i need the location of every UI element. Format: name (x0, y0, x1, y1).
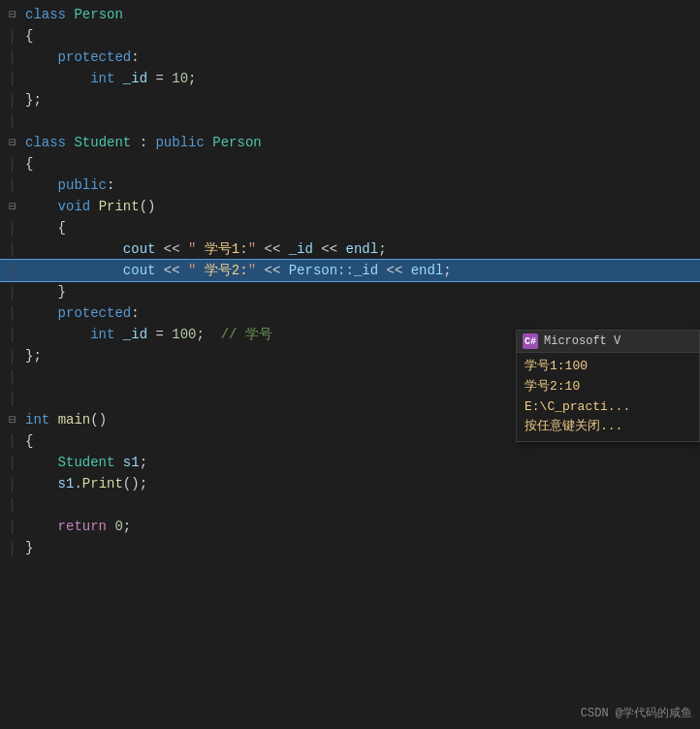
token: = (147, 327, 172, 342)
code-line: ⊟class Person (0, 4, 700, 25)
output-line: 学号1:100 (525, 357, 691, 377)
token: ; (123, 519, 131, 534)
token: " (248, 241, 256, 257)
code-line: │ public: (0, 174, 700, 196)
token: int (90, 71, 114, 86)
code-line: │ (0, 111, 700, 132)
token: 100 (172, 327, 196, 342)
token: ; (140, 455, 147, 470)
token (114, 455, 122, 470)
token: Person::_id (289, 263, 378, 278)
token: { (58, 220, 66, 236)
token: << (256, 241, 289, 257)
line-gutter: │ (4, 456, 21, 470)
token: << (378, 263, 411, 278)
token: cout (123, 263, 156, 278)
indent (25, 177, 58, 193)
token: } (25, 540, 33, 555)
token (107, 519, 114, 534)
line-gutter[interactable]: ⊟ (4, 412, 21, 428)
line-gutter: │ (4, 93, 21, 108)
token: << (313, 241, 346, 257)
indent (25, 305, 58, 321)
token: _id (123, 327, 147, 342)
line-gutter: │ (4, 306, 21, 321)
code-line: │ return 0; (0, 516, 700, 537)
indent (25, 476, 58, 491)
token: endl (411, 263, 444, 278)
line-gutter: │ (4, 498, 21, 513)
output-window: C# Microsoft V 学号1:100学号2:10E:\C_practi.… (516, 330, 700, 442)
watermark: CSDN @学代码的咸鱼 (581, 705, 692, 721)
token: ; (443, 263, 451, 278)
token: 0 (114, 519, 122, 534)
indent (25, 71, 90, 86)
line-gutter: │ (4, 72, 21, 86)
token (114, 71, 122, 86)
output-line: E:\C_practi... (525, 397, 691, 418)
token: protected (58, 305, 132, 321)
code-line: ⊟ void Print() (0, 196, 700, 217)
indent (25, 241, 123, 257)
line-gutter[interactable]: ⊟ (4, 135, 21, 150)
token: () (90, 412, 107, 428)
token: protected (58, 49, 132, 65)
token: s1 (58, 476, 75, 491)
token: Student (74, 135, 131, 150)
token: class (25, 7, 66, 22)
line-gutter: │ (4, 477, 21, 491)
token: () (140, 199, 156, 214)
token: (); (123, 476, 147, 491)
token: public (155, 135, 204, 150)
line-gutter: │ (4, 114, 21, 129)
line-gutter: │ (4, 178, 21, 193)
token: : (131, 135, 155, 150)
token: : (107, 177, 114, 193)
token: . (74, 476, 81, 491)
indent (25, 327, 90, 342)
code-line: │ int _id = 10; (0, 68, 700, 89)
indent (25, 199, 58, 214)
line-gutter: │ (4, 242, 21, 257)
token: : (131, 305, 139, 321)
line-gutter[interactable]: ⊟ (4, 7, 21, 22)
token (49, 412, 57, 428)
token: _id (123, 71, 147, 86)
output-body: 学号1:100学号2:10E:\C_practi...按任意键关闭... (517, 353, 699, 441)
output-app-icon: C# (523, 333, 538, 349)
token: 10 (172, 71, 188, 86)
indent (25, 263, 123, 278)
indent (25, 519, 58, 534)
token: endl (346, 241, 379, 257)
token: } (58, 284, 66, 300)
line-gutter: │ (4, 370, 21, 385)
line-gutter: │ (4, 285, 21, 300)
token: ; (197, 327, 221, 342)
line-gutter: │ (4, 392, 21, 406)
token: _id (289, 241, 313, 257)
token: int (25, 412, 49, 428)
token: public (58, 177, 107, 193)
line-gutter: │ (4, 520, 21, 534)
token: { (25, 28, 33, 44)
line-gutter: │ (4, 264, 21, 278)
token: Print (82, 476, 123, 491)
line-gutter: │ (4, 434, 21, 449)
code-line: │ cout << " 学号2:" << Person::_id << endl… (0, 260, 700, 281)
token: cout (123, 241, 156, 257)
code-line: │ s1.Print(); (0, 473, 700, 494)
line-gutter: │ (4, 29, 21, 44)
token: int (90, 327, 114, 342)
code-line: │ protected: (0, 47, 700, 68)
token: main (58, 412, 91, 428)
code-line: │}; (0, 89, 700, 111)
code-line: │{ (0, 25, 700, 47)
token: }; (25, 92, 42, 108)
token: 学号2: (196, 262, 247, 279)
token: 学号1: (196, 240, 247, 258)
code-line: ⊟class Student : public Person (0, 132, 700, 153)
token: " (188, 241, 196, 257)
line-gutter[interactable]: ⊟ (4, 199, 21, 214)
code-line: │ { (0, 217, 700, 238)
token: ; (188, 71, 196, 86)
